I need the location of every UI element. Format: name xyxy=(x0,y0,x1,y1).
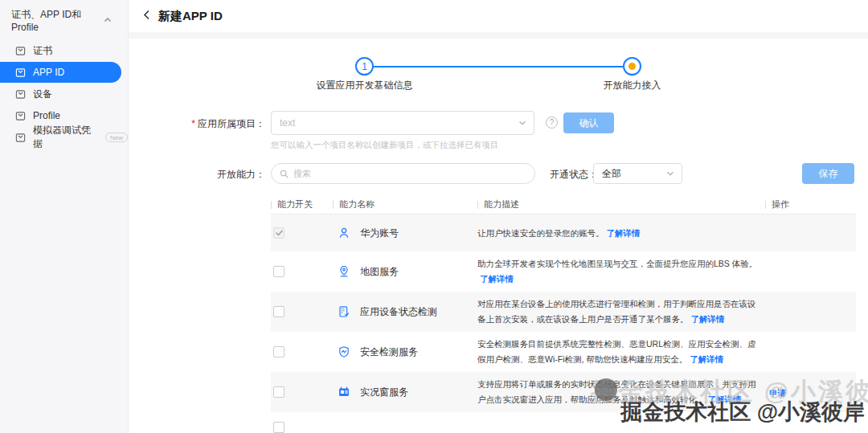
capability-name: 实况窗服务 xyxy=(360,386,408,399)
table-row: 应用设备状态检测 对应用在某台设备上的使用状态进行管理和检测，用于判断应用是否在… xyxy=(271,292,856,332)
step-connector xyxy=(374,66,623,67)
name-cell: 华为账号 xyxy=(333,227,477,240)
cert-icon xyxy=(15,111,26,121)
desc-cell: 让用户快速安全的登录您的账号。了解详情 xyxy=(477,226,765,241)
table-row: 实况窗服务 支持应用将订单或服务的实时状态信息变化在设备关键界面展示，并支持用户… xyxy=(271,372,856,412)
sidebar-group-title: 证书、APP ID和Profile xyxy=(11,8,104,33)
column-header-name: 能力名称 xyxy=(333,198,477,210)
switch-cell xyxy=(271,346,333,357)
capability-name: 华为账号 xyxy=(360,227,399,240)
detail-link[interactable]: 了解详情 xyxy=(480,274,514,284)
sidebar-item-1[interactable]: APP ID xyxy=(0,62,121,83)
name-cell: 应用设备状态检测 xyxy=(333,305,477,319)
status-label: 开通状态： xyxy=(550,168,598,182)
capability-desc: 助力全球开发者实现个性化地图呈现与交互，全面提升您应用的LBS 体验。 xyxy=(477,259,757,268)
column-header-switch: 能力开关 xyxy=(271,198,333,210)
switch-cell xyxy=(271,266,333,277)
search-input[interactable] xyxy=(293,169,526,178)
switch-cell xyxy=(271,386,333,398)
project-select[interactable]: text xyxy=(271,111,534,135)
capability-checkbox[interactable] xyxy=(273,386,285,398)
capability-filter-row: 开放能力： 开通状态： 全部 保存 xyxy=(129,163,868,184)
project-select-placeholder: text xyxy=(280,117,295,129)
capability-name: 安全检测服务 xyxy=(360,345,418,359)
sidebar-item-label: Profile xyxy=(33,110,60,121)
name-cell: 地图服务 xyxy=(333,265,477,279)
map-pin-icon xyxy=(338,265,350,278)
sidebar: 证书、APP ID和Profile 证书 APP ID xyxy=(0,0,129,433)
apply-link[interactable]: 申请 xyxy=(769,388,786,398)
chevron-up-icon[interactable] xyxy=(104,15,112,27)
sidebar-item-label: 模拟器调试凭据 xyxy=(33,124,96,151)
name-cell: 实况窗服务 xyxy=(333,386,477,399)
sidebar-group-header[interactable]: 证书、APP ID和Profile xyxy=(0,0,128,39)
capability-checkbox[interactable] xyxy=(273,227,285,239)
project-row: *应用所属项目： text ? 确认 xyxy=(129,111,868,135)
desc-cell: 安全检测服务目前提供系统完整性检测、恶意URL检测、应用安全检测、虚假用户检测、… xyxy=(477,337,765,367)
capability-table: 能力开关 能力名称 能力描述 操作 华为账号 让用户快速安全的登录您的账号。了解… xyxy=(271,195,856,433)
step-1-circle: 1 xyxy=(355,57,374,76)
action-cell: 申请 xyxy=(765,385,856,399)
table-row: 安全检测服务 安全检测服务目前提供系统完整性检测、恶意URL检测、应用安全检测、… xyxy=(271,332,856,372)
cert-icon xyxy=(15,67,26,78)
table-row: 地图服务 助力全球开发者实现个性化地图呈现与交互，全面提升您应用的LBS 体验。… xyxy=(271,251,856,292)
capability-desc: 让用户快速安全的登录您的账号。 xyxy=(477,228,604,238)
capability-checkbox[interactable] xyxy=(273,306,285,317)
question-circle-icon[interactable]: ? xyxy=(546,116,558,129)
new-badge: New xyxy=(105,133,128,142)
required-mark: * xyxy=(191,118,195,129)
sidebar-item-2[interactable]: 设备 xyxy=(0,84,128,104)
detail-link[interactable]: 了解详情 xyxy=(690,354,723,364)
form-area: *应用所属项目： text ? 确认 您可以输入一个项目名称以创建新项目，或下拉… xyxy=(129,111,868,184)
capability-label: 开放能力： xyxy=(129,168,265,182)
table-row: 华为账号 让用户快速安全的登录您的账号。了解详情 xyxy=(271,214,856,251)
back-button[interactable] xyxy=(142,9,151,23)
confirm-button[interactable]: 确认 xyxy=(563,112,614,133)
table-header: 能力开关 能力名称 能力描述 操作 xyxy=(271,195,856,214)
desc-cell: 对应用在某台设备上的使用状态进行管理和检测，用于判断应用是否在该设备上首次安装，… xyxy=(477,296,765,327)
capability-name: 地图服务 xyxy=(360,265,399,279)
save-button[interactable]: 保存 xyxy=(802,163,854,184)
sidebar-item-label: 证书 xyxy=(33,44,52,58)
capability-checkbox[interactable] xyxy=(273,422,285,433)
main-area: 新建APP ID 1 设置应用开发基础信息 开放能力接入 *应用所属项目： xyxy=(129,0,868,433)
capability-checkbox[interactable] xyxy=(273,346,285,357)
detail-link[interactable]: 了解详情 xyxy=(691,314,725,324)
cert-icon xyxy=(15,133,26,143)
status-select[interactable]: 全部 xyxy=(593,163,682,184)
switch-cell xyxy=(271,306,333,317)
switch-cell xyxy=(271,227,333,239)
device-icon xyxy=(338,305,350,318)
stepper: 1 设置应用开发基础信息 开放能力接入 xyxy=(355,57,641,76)
shield-icon xyxy=(338,345,350,358)
detail-link[interactable]: 了解详情 xyxy=(708,394,742,404)
sidebar-item-label: 设备 xyxy=(33,88,52,101)
cert-icon xyxy=(15,89,26,100)
name-cell: 安全检测服务 xyxy=(333,345,477,359)
capability-checkbox[interactable] xyxy=(273,266,285,277)
live-window-icon xyxy=(338,386,350,398)
sidebar-item-4[interactable]: 模拟器调试凭据 New xyxy=(0,127,128,148)
desc-cell: 支持应用将订单或服务的实时状态信息变化在设备关键界面展示，并支持用户点击实况窗进… xyxy=(477,377,765,407)
content-panel: 1 设置应用开发基础信息 开放能力接入 *应用所属项目： text xyxy=(129,39,868,433)
project-helper-text: 您可以输入一个项目名称以创建新项目，或下拉选择已有项目 xyxy=(271,140,868,151)
chevron-down-icon xyxy=(666,170,674,178)
capability-search[interactable] xyxy=(271,163,535,184)
table-row-partial xyxy=(271,412,856,433)
step-1: 1 设置应用开发基础信息 xyxy=(355,57,374,76)
user-icon xyxy=(338,227,350,239)
step-2-label: 开放能力接入 xyxy=(604,79,661,92)
detail-link[interactable]: 了解详情 xyxy=(607,228,641,238)
column-header-desc: 能力描述 xyxy=(477,198,765,210)
step-2-active-dot xyxy=(628,63,636,70)
step-2-circle xyxy=(623,57,641,76)
search-icon xyxy=(280,170,289,178)
sidebar-item-0[interactable]: 证书 xyxy=(0,40,128,61)
chevron-down-icon xyxy=(518,119,526,127)
step-2: 开放能力接入 xyxy=(623,57,641,76)
desc-cell: 助力全球开发者实现个性化地图呈现与交互，全面提升您应用的LBS 体验。了解详情 xyxy=(477,256,765,287)
sidebar-item-label: APP ID xyxy=(33,67,64,78)
page-title: 新建APP ID xyxy=(158,9,223,24)
project-label: *应用所属项目： xyxy=(129,117,265,131)
cert-icon xyxy=(15,46,26,56)
